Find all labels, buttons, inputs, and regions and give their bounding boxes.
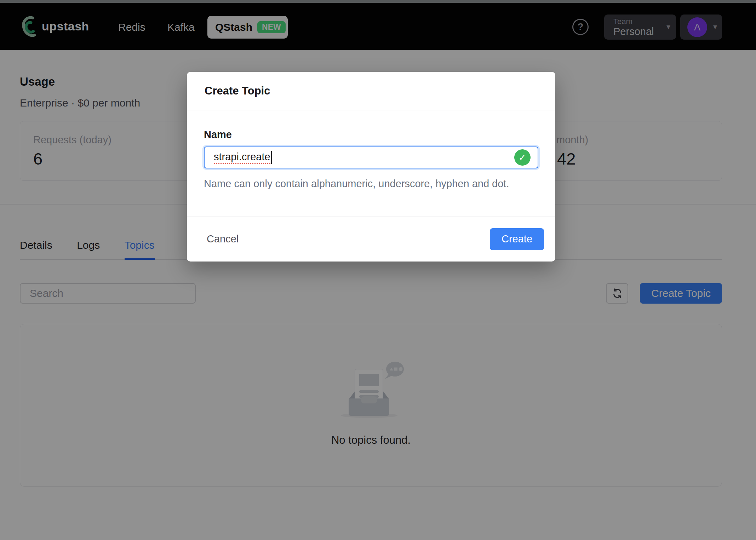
name-field-label: Name (204, 129, 538, 140)
dialog-footer: Cancel Create (187, 216, 555, 262)
create-topic-dialog: Create Topic Name strapi.create ✓ Name c… (187, 72, 555, 262)
qstash-console-page: upstash Redis Kafka QStash NEW ? Team Pe… (0, 0, 756, 540)
text-caret (271, 151, 272, 164)
cancel-button[interactable]: Cancel (197, 228, 248, 251)
dialog-title: Create Topic (205, 85, 270, 97)
name-helper-text: Name can only contain alphanumeric, unde… (204, 178, 538, 190)
topic-name-value: strapi.create (214, 151, 270, 164)
check-circle-icon: ✓ (514, 149, 531, 166)
dialog-header: Create Topic (187, 72, 555, 110)
topic-name-input[interactable]: strapi.create ✓ (204, 147, 538, 168)
create-button[interactable]: Create (490, 228, 544, 250)
dialog-body: Name strapi.create ✓ Name can only conta… (187, 110, 555, 216)
